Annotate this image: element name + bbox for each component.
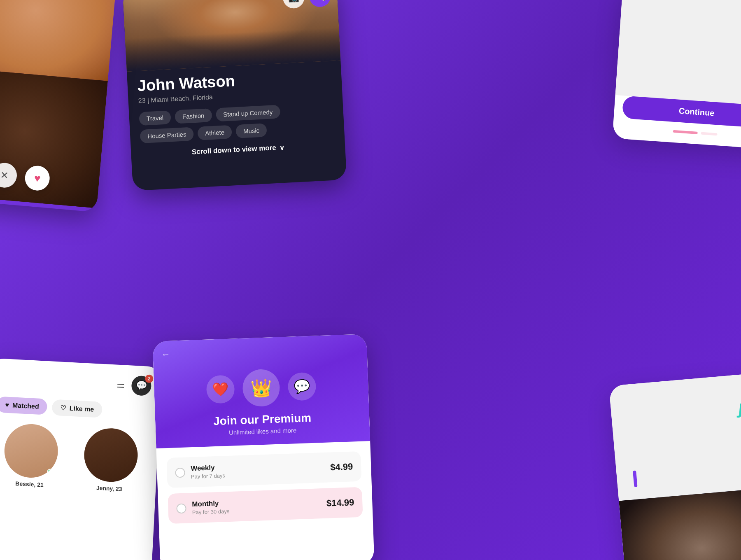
filter-icon[interactable]: ⚌: [117, 379, 125, 390]
premium-header: ← ❤️ 👑 💬 Join our Premium Unlimited like…: [152, 334, 370, 448]
tag-fashion: Fashion: [175, 108, 212, 124]
tag-athlete: Athlete: [197, 125, 232, 140]
dislike-button[interactable]: ✕: [0, 162, 18, 189]
heart-outline-icon: ♡: [60, 404, 66, 412]
plan-weekly[interactable]: Weekly Pay for 7 days $4.99: [166, 451, 361, 488]
matches-tabs: ♥ Matched ♡ Like me: [0, 397, 150, 420]
profile-info: John Watson 23 | Miami Beach, Florida Tr…: [127, 60, 346, 168]
tag-parties: House Parties: [140, 127, 194, 143]
plan-weekly-left: Weekly Pay for 7 days: [175, 463, 225, 480]
tab-matched[interactable]: ♥ Matched: [0, 397, 48, 415]
edit-button[interactable]: ✏️: [309, 0, 331, 7]
matches-card: ⚌ 💬 2 ♥ Matched ♡ Like me Bessie, 21 Jen…: [0, 358, 162, 560]
tab-liked[interactable]: ♡ Like me: [52, 399, 103, 418]
premium-title: Join our Premium: [213, 411, 312, 428]
matches-header: ⚌ 💬 2: [0, 369, 152, 396]
x-icon: ✕: [0, 169, 9, 182]
profile-card: 📷 ✏️ John Watson 23 | Miami Beach, Flori…: [123, 0, 347, 191]
premium-body: Weekly Pay for 7 days $4.99 Monthly Pay …: [156, 441, 373, 540]
scroll-more: Scroll down to view more ∨: [141, 140, 335, 159]
badge-count: 2: [145, 374, 154, 383]
tag-travel: Travel: [139, 110, 171, 126]
dot-active: [673, 130, 698, 134]
plan-monthly[interactable]: Monthly Pay for 30 days $14.99: [168, 487, 363, 524]
avatar: [3, 423, 59, 479]
deco-top: ∫ ∫: [609, 372, 741, 501]
dot-inactive: [701, 132, 717, 136]
progress-dots: [613, 126, 741, 140]
plan-monthly-info: Monthly Pay for 30 days: [192, 499, 230, 516]
match-name: Bessie, 21: [15, 480, 44, 488]
list-item[interactable]: Bessie, 21: [0, 422, 69, 489]
continue-card: + + Continue: [612, 0, 741, 149]
camera-button[interactable]: 📷: [282, 0, 305, 9]
edit-icon: ✏️: [314, 0, 326, 2]
plan-weekly-name: Weekly: [191, 463, 225, 473]
face-freckles: [0, 0, 117, 81]
avatar: [83, 427, 139, 483]
plan-weekly-price: $4.99: [330, 461, 353, 473]
matches-grid: Bessie, 21 Jenny, 23: [0, 422, 149, 493]
match-name: Jenny, 23: [96, 484, 122, 492]
like-button[interactable]: ♥: [24, 165, 51, 191]
deco-card: ∫ ∫: [609, 372, 741, 560]
premium-subtitle: Unlimited likes and more: [229, 427, 297, 436]
notification-badge[interactable]: 💬 2: [131, 376, 151, 396]
premium-icon-chat: 💬: [287, 372, 316, 401]
plan-weekly-desc: Pay for 7 days: [191, 472, 226, 480]
interest-tags: Travel Fashion Stand up Comedy House Par…: [139, 102, 334, 143]
back-button[interactable]: ←: [161, 349, 170, 360]
plan-monthly-desc: Pay for 30 days: [192, 508, 230, 516]
back-icon: ←: [161, 349, 170, 360]
plan-monthly-left: Monthly Pay for 30 days: [176, 499, 230, 516]
profile-photo: 📷 ✏️: [123, 0, 341, 72]
premium-icon-crown: 👑: [242, 369, 280, 407]
online-indicator: [47, 469, 54, 476]
swipe-photo-bottom: lori... ✕ ♥: [0, 68, 108, 208]
continue-top: + +: [615, 0, 741, 107]
plan-weekly-info: Weekly Pay for 7 days: [191, 463, 225, 480]
plan-radio-monthly[interactable]: [176, 503, 186, 513]
deco-accent-bar: [633, 471, 637, 488]
swipe-action-buttons: ✕ ♥: [0, 162, 51, 191]
premium-icons: ❤️ 👑 💬: [206, 367, 317, 408]
chevron-down-icon: ∨: [279, 143, 284, 152]
list-item[interactable]: Jenny, 23: [72, 427, 149, 494]
plan-monthly-name: Monthly: [192, 499, 229, 509]
premium-card: ← ❤️ 👑 💬 Join our Premium Unlimited like…: [152, 334, 374, 560]
premium-icon-heart: ❤️: [206, 375, 235, 404]
heart-icon: ♥: [34, 172, 41, 185]
tag-comedy: Stand up Comedy: [215, 105, 280, 121]
swipe-photo-top: [0, 0, 117, 81]
plan-monthly-price: $14.99: [326, 497, 354, 509]
plan-radio-weekly[interactable]: [175, 467, 185, 478]
squiggle-icon-1: ∫: [738, 399, 741, 418]
heart-filled-icon: ♥: [5, 401, 9, 408]
tag-music: Music: [235, 123, 267, 138]
camera-icon: 📷: [288, 0, 299, 3]
